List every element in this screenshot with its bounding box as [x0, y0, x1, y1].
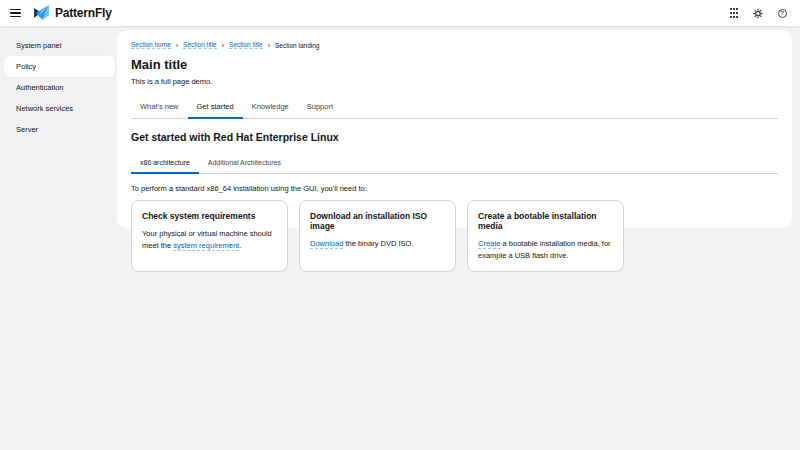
- gear-icon[interactable]: [753, 8, 763, 18]
- sidebar-item-network-services[interactable]: Network services: [4, 98, 115, 119]
- primary-tabs: What's new Get started Knowledge Support: [131, 96, 778, 119]
- breadcrumb-link-section-title-1[interactable]: Section title: [183, 41, 217, 49]
- card-check-system-requirements: Check system requirements Your physical …: [131, 200, 288, 272]
- tab-x86-architecture[interactable]: x86 architecture: [131, 153, 199, 174]
- masthead: PatternFly ?: [0, 0, 800, 26]
- card-title: Create a bootable installation media: [478, 211, 613, 231]
- card-create-bootable-media: Create a bootable installation media Cre…: [467, 200, 624, 272]
- sidebar-item-system-panel[interactable]: System panel: [4, 35, 115, 56]
- brand-title: PatternFly: [55, 6, 112, 20]
- card-download-iso: Download an installation ISO image Downl…: [299, 200, 456, 272]
- brand[interactable]: PatternFly: [34, 5, 112, 21]
- help-question-icon[interactable]: ?: [777, 8, 787, 18]
- masthead-toolbar: ?: [729, 8, 787, 18]
- patternfly-logo-icon: [34, 5, 50, 21]
- card-body-text: the binary DVD ISO.: [343, 239, 413, 248]
- create-link[interactable]: Create: [478, 239, 501, 249]
- section-heading: Get started with Red Hat Enterprise Linu…: [131, 131, 778, 143]
- secondary-tabs: x86 architecture Additional Architecture…: [131, 153, 778, 174]
- page-subtitle: This is a full page demo.: [131, 77, 778, 86]
- breadcrumb-separator-icon: ›: [176, 42, 178, 49]
- intro-text: To perform a standard x86_64 installatio…: [131, 184, 778, 193]
- sidebar-nav: System panel Policy Authentication Netwo…: [0, 26, 117, 450]
- breadcrumb-separator-icon: ›: [222, 42, 224, 49]
- sidebar-item-authentication[interactable]: Authentication: [4, 77, 115, 98]
- breadcrumb-link-section-home[interactable]: Section home: [131, 41, 171, 49]
- hamburger-menu-icon[interactable]: [10, 7, 21, 20]
- apps-grid-icon[interactable]: [729, 8, 739, 18]
- card-body-text: .: [239, 241, 241, 250]
- page-title: Main title: [131, 57, 778, 72]
- sidebar-item-server[interactable]: Server: [4, 119, 115, 140]
- tab-whats-new[interactable]: What's new: [131, 96, 188, 119]
- card-body: Your physical or virtual machine should …: [142, 228, 277, 251]
- card-body: Create a bootable installation media, fo…: [478, 238, 613, 261]
- card-body: Download the binary DVD ISO.: [310, 238, 445, 250]
- card-title: Check system requirements: [142, 211, 277, 221]
- tab-support[interactable]: Support: [298, 96, 342, 119]
- system-requirement-link[interactable]: system requirement: [173, 241, 239, 251]
- tab-knowledge[interactable]: Knowledge: [243, 96, 298, 119]
- breadcrumb-link-section-title-2[interactable]: Section title: [229, 41, 263, 49]
- breadcrumb-current-page: Section landing: [275, 42, 319, 49]
- breadcrumb: Section home › Section title › Section t…: [131, 41, 778, 49]
- tab-additional-architectures[interactable]: Additional Architectures: [199, 153, 290, 174]
- sidebar-item-policy[interactable]: Policy: [4, 56, 115, 77]
- download-link[interactable]: Download: [310, 239, 343, 249]
- main-area: Section home › Section title › Section t…: [117, 26, 800, 450]
- content-panel: Section home › Section title › Section t…: [117, 30, 792, 228]
- app-body: System panel Policy Authentication Netwo…: [0, 26, 800, 450]
- breadcrumb-separator-icon: ›: [268, 42, 270, 49]
- card-title: Download an installation ISO image: [310, 211, 445, 231]
- tab-get-started[interactable]: Get started: [188, 96, 243, 119]
- card-row: Check system requirements Your physical …: [131, 200, 778, 272]
